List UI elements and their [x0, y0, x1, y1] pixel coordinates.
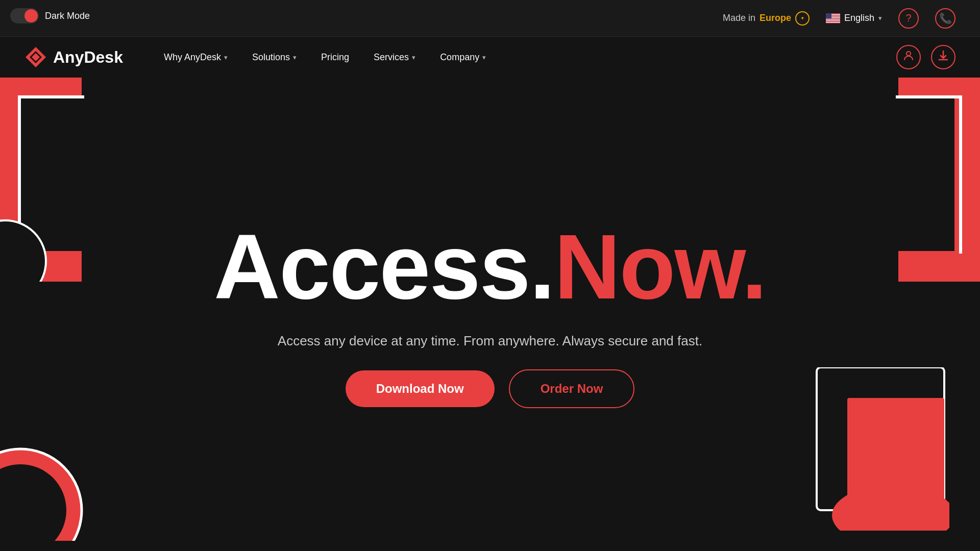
svg-rect-21	[959, 95, 962, 254]
nav-pricing[interactable]: Pricing	[311, 48, 359, 67]
hero-subtitle: Access any device at any time. From anyw…	[278, 333, 702, 349]
order-now-button[interactable]: Order Now	[509, 369, 635, 408]
logo-link[interactable]: AnyDesk	[24, 46, 123, 68]
login-icon	[902, 49, 915, 65]
toggle-thumb	[24, 9, 38, 22]
flag-icon	[826, 13, 840, 23]
solutions-chevron-icon: ▾	[293, 54, 297, 61]
nav-links: Why AnyDesk ▾ Solutions ▾ Pricing Servic…	[154, 48, 896, 67]
made-in-text: Made in	[723, 13, 755, 23]
svg-rect-4	[826, 18, 840, 19]
download-icon-button[interactable]	[931, 45, 955, 69]
phone-icon: 📞	[939, 12, 952, 24]
nav-services-label: Services	[374, 52, 409, 63]
svg-point-11	[906, 52, 911, 56]
language-chevron-icon: ▾	[878, 14, 882, 22]
why-anydesk-chevron-icon: ▾	[224, 54, 228, 61]
help-icon: ?	[905, 12, 911, 24]
nav-solutions-label: Solutions	[252, 52, 290, 63]
hero-headline: Access.Now.	[214, 221, 766, 313]
europe-stars-icon: ✦	[795, 11, 810, 26]
services-chevron-icon: ▾	[412, 54, 415, 61]
download-icon	[937, 49, 949, 65]
toggle-track[interactable]	[10, 8, 39, 23]
hero-headline-white: Access.	[214, 215, 554, 318]
hero-buttons: Download Now Order Now	[346, 369, 635, 408]
nav-services[interactable]: Services ▾	[363, 48, 426, 67]
company-chevron-icon: ▾	[482, 54, 486, 61]
nav-company-label: Company	[440, 52, 479, 63]
dark-mode-toggle[interactable]: Dark Mode	[10, 8, 90, 23]
login-button[interactable]	[896, 45, 921, 69]
europe-text: Europe	[760, 13, 791, 23]
logo-text: AnyDesk	[53, 48, 123, 67]
hero-section: Access.Now. Access any device at any tim…	[0, 78, 980, 551]
nav-pricing-label: Pricing	[321, 52, 349, 63]
nav-why-anydesk[interactable]: Why AnyDesk ▾	[154, 48, 238, 67]
deco-bottom-left	[0, 429, 92, 541]
help-button[interactable]: ?	[898, 8, 919, 29]
download-now-button[interactable]: Download Now	[346, 370, 495, 407]
nav-why-anydesk-label: Why AnyDesk	[164, 52, 221, 63]
svg-rect-14	[18, 95, 84, 98]
logo-icon	[24, 46, 47, 68]
deco-top-left	[0, 78, 92, 282]
nav-actions	[896, 45, 955, 69]
hero-content: Access.Now. Access any device at any tim…	[214, 221, 766, 408]
hero-headline-red: Now.	[554, 215, 766, 318]
dark-mode-label: Dark Mode	[45, 11, 90, 21]
nav-company[interactable]: Company ▾	[430, 48, 496, 67]
svg-rect-5	[826, 20, 840, 21]
svg-rect-19	[888, 98, 954, 251]
navbar: AnyDesk Why AnyDesk ▾ Solutions ▾ Pricin…	[0, 37, 980, 78]
svg-rect-7	[826, 13, 831, 19]
top-bar: Dark Mode Made in Europe ✦ English ▾ ? 📞	[0, 0, 980, 37]
language-selector[interactable]: English ▾	[826, 13, 882, 23]
deco-bottom-right	[806, 367, 949, 531]
nav-solutions[interactable]: Solutions ▾	[242, 48, 307, 67]
language-label: English	[844, 13, 874, 23]
phone-button[interactable]: 📞	[935, 8, 955, 29]
svg-rect-6	[826, 21, 840, 22]
svg-rect-20	[896, 95, 962, 98]
made-in-europe: Made in Europe ✦	[723, 11, 810, 26]
deco-top-right	[888, 78, 980, 282]
